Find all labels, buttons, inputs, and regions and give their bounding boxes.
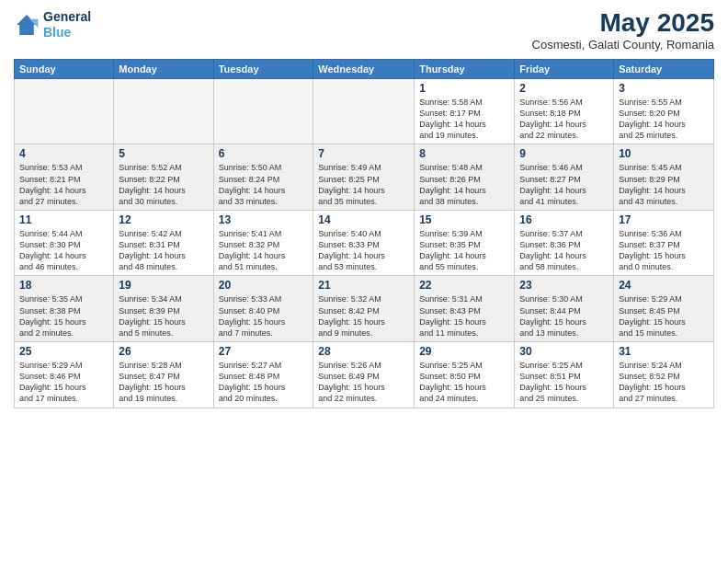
calendar-cell: 30Sunrise: 5:25 AM Sunset: 8:51 PM Dayli… [515,342,614,408]
weekday-header-sunday: Sunday [15,59,114,78]
day-number: 16 [519,213,609,226]
day-number: 4 [19,147,108,160]
calendar-cell: 24Sunrise: 5:29 AM Sunset: 8:45 PM Dayli… [614,276,714,342]
day-number: 15 [419,213,509,226]
day-info: Sunrise: 5:35 AM Sunset: 8:38 PM Dayligh… [19,293,108,339]
calendar-cell [15,78,114,144]
calendar-cell: 31Sunrise: 5:24 AM Sunset: 8:52 PM Dayli… [614,342,714,408]
day-number: 13 [219,213,309,226]
day-info: Sunrise: 5:39 AM Sunset: 8:35 PM Dayligh… [419,228,509,273]
calendar-cell: 8Sunrise: 5:48 AM Sunset: 8:26 PM Daylig… [415,144,515,211]
weekday-header-friday: Friday [515,59,614,78]
calendar-cell: 27Sunrise: 5:27 AM Sunset: 8:48 PM Dayli… [213,342,313,408]
day-info: Sunrise: 5:28 AM Sunset: 8:47 PM Dayligh… [119,360,208,405]
day-info: Sunrise: 5:33 AM Sunset: 8:40 PM Dayligh… [219,293,309,339]
day-number: 7 [318,147,409,160]
day-info: Sunrise: 5:32 AM Sunset: 8:42 PM Dayligh… [318,293,409,339]
day-number: 26 [119,345,208,358]
day-info: Sunrise: 5:49 AM Sunset: 8:25 PM Dayligh… [318,162,409,207]
day-info: Sunrise: 5:45 AM Sunset: 8:29 PM Dayligh… [619,162,709,207]
svg-marker-0 [17,15,37,35]
weekday-header-tuesday: Tuesday [213,59,313,78]
day-info: Sunrise: 5:34 AM Sunset: 8:39 PM Dayligh… [119,293,208,339]
day-number: 5 [119,147,208,160]
calendar-cell: 9Sunrise: 5:46 AM Sunset: 8:27 PM Daylig… [515,144,614,211]
calendar-cell: 13Sunrise: 5:41 AM Sunset: 8:32 PM Dayli… [213,210,313,276]
day-number: 22 [419,279,509,292]
calendar-cell: 28Sunrise: 5:26 AM Sunset: 8:49 PM Dayli… [313,342,415,408]
day-number: 3 [619,82,709,95]
day-number: 25 [19,345,108,358]
day-info: Sunrise: 5:25 AM Sunset: 8:51 PM Dayligh… [519,360,609,405]
day-info: Sunrise: 5:31 AM Sunset: 8:43 PM Dayligh… [419,293,509,339]
day-number: 27 [219,345,309,358]
calendar-cell: 18Sunrise: 5:35 AM Sunset: 8:38 PM Dayli… [15,276,114,342]
day-info: Sunrise: 5:37 AM Sunset: 8:36 PM Dayligh… [519,228,609,273]
calendar-cell [114,78,213,144]
day-info: Sunrise: 5:24 AM Sunset: 8:52 PM Dayligh… [619,360,709,405]
day-info: Sunrise: 5:29 AM Sunset: 8:45 PM Dayligh… [619,293,709,339]
weekday-header-saturday: Saturday [614,59,714,78]
day-number: 12 [119,213,208,226]
day-number: 14 [318,213,409,226]
logo-line2: Blue [43,25,71,40]
weekday-header-monday: Monday [114,59,213,78]
day-info: Sunrise: 5:56 AM Sunset: 8:18 PM Dayligh… [519,97,609,142]
calendar-cell: 3Sunrise: 5:55 AM Sunset: 8:20 PM Daylig… [614,78,714,144]
day-info: Sunrise: 5:52 AM Sunset: 8:22 PM Dayligh… [119,162,208,207]
day-number: 20 [219,279,309,292]
calendar-cell: 21Sunrise: 5:32 AM Sunset: 8:42 PM Dayli… [313,276,415,342]
day-info: Sunrise: 5:25 AM Sunset: 8:50 PM Dayligh… [419,360,509,405]
week-row-4: 18Sunrise: 5:35 AM Sunset: 8:38 PM Dayli… [15,276,714,342]
day-info: Sunrise: 5:27 AM Sunset: 8:48 PM Dayligh… [219,360,309,405]
calendar-cell: 29Sunrise: 5:25 AM Sunset: 8:50 PM Dayli… [415,342,515,408]
calendar-cell: 2Sunrise: 5:56 AM Sunset: 8:18 PM Daylig… [515,78,614,144]
day-number: 8 [419,147,509,160]
day-info: Sunrise: 5:55 AM Sunset: 8:20 PM Dayligh… [619,97,709,142]
weekday-header-row: SundayMondayTuesdayWednesdayThursdayFrid… [15,59,714,78]
logo-line1: General [43,9,91,25]
day-info: Sunrise: 5:30 AM Sunset: 8:44 PM Dayligh… [519,293,609,339]
calendar-cell: 5Sunrise: 5:52 AM Sunset: 8:22 PM Daylig… [114,144,213,211]
day-number: 23 [519,279,609,292]
day-info: Sunrise: 5:29 AM Sunset: 8:46 PM Dayligh… [19,360,108,405]
weekday-header-wednesday: Wednesday [313,59,415,78]
calendar-cell [213,78,313,144]
day-number: 17 [619,213,709,226]
calendar-cell: 14Sunrise: 5:40 AM Sunset: 8:33 PM Dayli… [313,210,415,276]
calendar-cell: 19Sunrise: 5:34 AM Sunset: 8:39 PM Dayli… [114,276,213,342]
calendar-cell: 20Sunrise: 5:33 AM Sunset: 8:40 PM Dayli… [213,276,313,342]
day-info: Sunrise: 5:58 AM Sunset: 8:17 PM Dayligh… [419,97,509,142]
title-block: May 2025 Cosmesti, Galati County, Romani… [532,9,714,52]
day-info: Sunrise: 5:48 AM Sunset: 8:26 PM Dayligh… [419,162,509,207]
calendar-cell: 23Sunrise: 5:30 AM Sunset: 8:44 PM Dayli… [515,276,614,342]
calendar-cell [313,78,415,144]
day-number: 18 [19,279,108,292]
calendar-cell: 15Sunrise: 5:39 AM Sunset: 8:35 PM Dayli… [415,210,515,276]
day-info: Sunrise: 5:40 AM Sunset: 8:33 PM Dayligh… [318,228,409,273]
day-number: 1 [419,82,509,95]
day-number: 19 [119,279,208,292]
day-number: 9 [519,147,609,160]
day-info: Sunrise: 5:46 AM Sunset: 8:27 PM Dayligh… [519,162,609,207]
main-title: May 2025 [532,9,714,38]
calendar-cell: 11Sunrise: 5:44 AM Sunset: 8:30 PM Dayli… [15,210,114,276]
day-info: Sunrise: 5:44 AM Sunset: 8:30 PM Dayligh… [19,228,108,273]
day-number: 2 [519,82,609,95]
calendar-table: SundayMondayTuesdayWednesdayThursdayFrid… [14,59,714,408]
week-row-2: 4Sunrise: 5:53 AM Sunset: 8:21 PM Daylig… [15,144,714,211]
calendar-cell: 25Sunrise: 5:29 AM Sunset: 8:46 PM Dayli… [15,342,114,408]
day-info: Sunrise: 5:41 AM Sunset: 8:32 PM Dayligh… [219,228,309,273]
day-info: Sunrise: 5:42 AM Sunset: 8:31 PM Dayligh… [119,228,208,273]
calendar-cell: 4Sunrise: 5:53 AM Sunset: 8:21 PM Daylig… [15,144,114,211]
day-number: 28 [318,345,409,358]
day-number: 6 [219,147,309,160]
day-info: Sunrise: 5:36 AM Sunset: 8:37 PM Dayligh… [619,228,709,273]
day-number: 31 [619,345,709,358]
logo-icon [14,12,40,38]
calendar-cell: 1Sunrise: 5:58 AM Sunset: 8:17 PM Daylig… [415,78,515,144]
day-info: Sunrise: 5:50 AM Sunset: 8:24 PM Dayligh… [219,162,309,207]
week-row-3: 11Sunrise: 5:44 AM Sunset: 8:30 PM Dayli… [15,210,714,276]
day-info: Sunrise: 5:53 AM Sunset: 8:21 PM Dayligh… [19,162,108,207]
day-number: 21 [318,279,409,292]
